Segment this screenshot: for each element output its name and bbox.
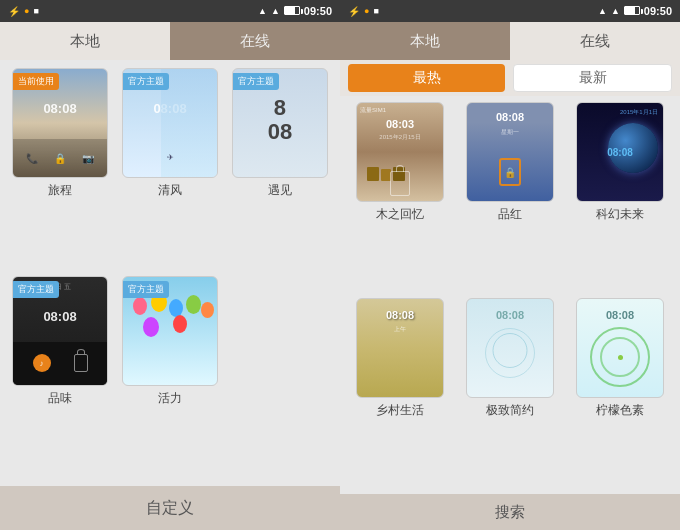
theme-item-minimal[interactable]: 08:08 极致简约 xyxy=(458,298,562,488)
theme-name-vitality: 活力 xyxy=(158,390,182,407)
status-icons-right-right: ▲ ▲ 09:50 xyxy=(598,5,672,17)
battery-icon-r xyxy=(624,6,640,17)
status-time: 09:50 xyxy=(304,5,332,17)
status-icons-left: ⚡ ● ■ xyxy=(8,6,39,17)
theme-item-red[interactable]: 08:08 星期一 🔒 品红 xyxy=(458,102,562,292)
theme-thumb-breeze: 官方主题 08:08 ✈ xyxy=(122,68,218,178)
theme-thumb-red: 08:08 星期一 🔒 xyxy=(466,102,554,202)
usb-icon-r: ⚡ xyxy=(348,6,360,17)
smiley-icon: ● xyxy=(24,6,29,16)
search-bar[interactable]: 搜索 xyxy=(340,494,680,530)
time-taste: 08:08 xyxy=(43,309,76,324)
themes-grid-right: 流量SIM1 08:03 2015年2月15日 木之回忆 xyxy=(340,96,680,494)
sub-tab-bar: 最热 最新 xyxy=(340,60,680,96)
theme-name-scifi: 科幻未来 xyxy=(596,206,644,223)
customize-button[interactable]: 自定义 xyxy=(0,486,340,530)
status-icons-right: ▲ ▲ 09:50 xyxy=(258,5,332,17)
theme-thumb-journey: 当前使用 08:08 📞 🔒 📷 xyxy=(12,68,108,178)
theme-item-vitality[interactable]: 官方主题 活力 xyxy=(118,276,222,478)
camera-icon-journey: 📷 xyxy=(82,153,94,164)
battery-icon xyxy=(284,6,300,17)
sub-tab-new[interactable]: 最新 xyxy=(513,64,672,92)
theme-item-rural[interactable]: 08:08 上午 乡村生活 xyxy=(348,298,452,488)
badge-current: 当前使用 xyxy=(13,73,59,90)
status-time-r: 09:50 xyxy=(644,5,672,17)
app-icon-r: ■ xyxy=(373,6,378,16)
badge-official-breeze: 官方主题 xyxy=(123,73,169,90)
wifi-icon-r: ▲ xyxy=(598,6,607,16)
theme-name-journey: 旅程 xyxy=(48,182,72,199)
themes-content-left: 当前使用 08:08 📞 🔒 📷 旅程 官方主题 xyxy=(0,60,340,486)
circular-lemon xyxy=(590,327,650,387)
right-panel: ⚡ ● ■ ▲ ▲ 09:50 本地 在线 最热 最新 xyxy=(340,0,680,530)
theme-name-red: 品红 xyxy=(498,206,522,223)
theme-item-taste[interactable]: 官方主题 2013年7月5日 五 08:08 ♪ 品味 xyxy=(8,276,112,478)
music-icon-taste: ♪ xyxy=(40,359,44,368)
badge-official-vitality: 官方主题 xyxy=(123,281,169,298)
tab-online-left[interactable]: 在线 xyxy=(170,22,340,60)
theme-thumb-meet: 官方主题 808 xyxy=(232,68,328,178)
status-bar-left: ⚡ ● ■ ▲ ▲ 09:50 xyxy=(0,0,340,22)
themes-grid-left: 当前使用 08:08 📞 🔒 📷 旅程 官方主题 xyxy=(0,60,340,486)
usb-icon: ⚡ xyxy=(8,6,20,17)
theme-thumb-vitality: 官方主题 xyxy=(122,276,218,386)
tab-bar-left: 本地 在线 xyxy=(0,22,340,60)
theme-item-meet[interactable]: 官方主题 808 遇见 xyxy=(228,68,332,270)
call-icon-journey: 📞 xyxy=(26,153,38,164)
tab-online-right[interactable]: 在线 xyxy=(510,22,680,60)
theme-name-rural: 乡村生活 xyxy=(376,402,424,419)
theme-name-taste: 品味 xyxy=(48,390,72,407)
theme-item-wood[interactable]: 流量SIM1 08:03 2015年2月15日 木之回忆 xyxy=(348,102,452,292)
left-panel: ⚡ ● ■ ▲ ▲ 09:50 本地 在线 当前使用 xyxy=(0,0,340,530)
theme-item-journey[interactable]: 当前使用 08:08 📞 🔒 📷 旅程 xyxy=(8,68,112,270)
theme-thumb-scifi: 2015年1月1日 08:08 xyxy=(576,102,664,202)
wifi-icon: ▲ xyxy=(258,6,267,16)
lock-icon-journey: 🔒 xyxy=(54,153,66,164)
lock-taste xyxy=(74,354,88,372)
badge-official-meet: 官方主题 xyxy=(233,73,279,90)
theme-name-lemon: 柠檬色素 xyxy=(596,402,644,419)
signal-icon: ▲ xyxy=(271,6,280,16)
signal-icon-r: ▲ xyxy=(611,6,620,16)
tab-local-left[interactable]: 本地 xyxy=(0,22,170,60)
theme-thumb-minimal: 08:08 xyxy=(466,298,554,398)
theme-name-meet: 遇见 xyxy=(268,182,292,199)
breeze-plane: ✈ xyxy=(167,153,174,162)
theme-item-lemon[interactable]: 08:08 柠檬色素 xyxy=(568,298,672,488)
tab-bar-right: 本地 在线 xyxy=(340,22,680,60)
tab-local-right[interactable]: 本地 xyxy=(340,22,510,60)
status-bar-right: ⚡ ● ■ ▲ ▲ 09:50 xyxy=(340,0,680,22)
theme-item-breeze[interactable]: 官方主题 08:08 ✈ 清风 xyxy=(118,68,222,270)
theme-thumb-wood: 流量SIM1 08:03 2015年2月15日 xyxy=(356,102,444,202)
time-journey: 08:08 xyxy=(43,101,76,116)
theme-name-breeze: 清风 xyxy=(158,182,182,199)
theme-thumb-lemon: 08:08 xyxy=(576,298,664,398)
sub-tab-hot[interactable]: 最热 xyxy=(348,64,505,92)
app-icon: ■ xyxy=(33,6,38,16)
theme-thumb-rural: 08:08 上午 xyxy=(356,298,444,398)
theme-name-wood: 木之回忆 xyxy=(376,206,424,223)
theme-name-minimal: 极致简约 xyxy=(486,402,534,419)
theme-item-scifi[interactable]: 2015年1月1日 08:08 科幻未来 xyxy=(568,102,672,292)
themes-content-right: 流量SIM1 08:03 2015年2月15日 木之回忆 xyxy=(340,96,680,494)
smiley-icon-r: ● xyxy=(364,6,369,16)
theme-thumb-taste: 官方主题 2013年7月5日 五 08:08 ♪ xyxy=(12,276,108,386)
badge-official-taste: 官方主题 xyxy=(13,281,59,298)
status-icons-right-left: ⚡ ● ■ xyxy=(348,6,379,17)
